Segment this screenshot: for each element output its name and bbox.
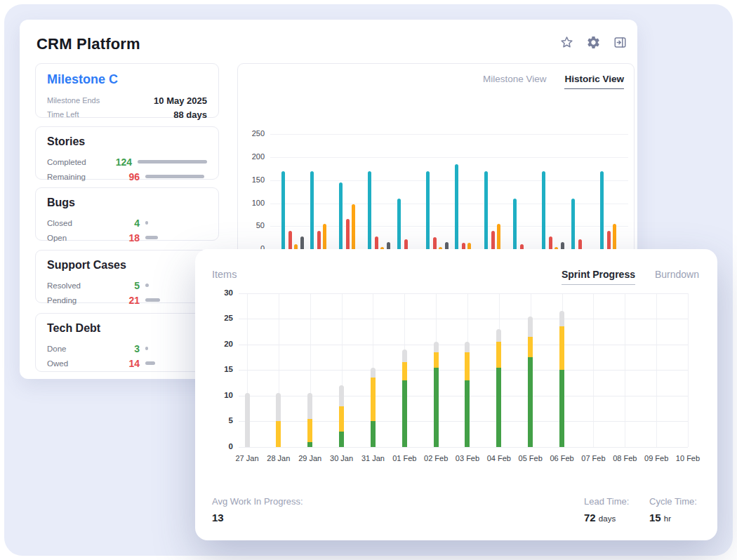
bar-segment-done	[402, 380, 407, 447]
bar-segment-done	[339, 432, 344, 447]
gridline	[270, 134, 628, 135]
exit-panel-icon[interactable]	[613, 35, 628, 50]
bar-tech-debt	[445, 242, 449, 249]
progress-bar	[145, 347, 148, 350]
x-tick-label: 02 Feb	[420, 454, 452, 462]
bar-segment-in-progress	[276, 421, 281, 447]
cycle-time-label: Cycle Time:	[649, 496, 697, 507]
bar-support	[294, 244, 298, 249]
x-tick-label: 04 Feb	[483, 454, 515, 462]
bar-segment-to-do	[402, 349, 407, 362]
bar-support	[352, 204, 355, 249]
stat-value: 4	[114, 218, 140, 229]
x-tick-label: 03 Feb	[451, 454, 484, 462]
cycle-time-value: 15	[649, 512, 661, 524]
progress-bar	[145, 361, 155, 365]
tab-milestone-view[interactable]: Milestone View	[483, 74, 547, 89]
tab-historic-view[interactable]: Historic View	[564, 74, 624, 89]
stat-label: Pending	[47, 296, 114, 305]
milestone-name: Milestone C	[47, 72, 207, 87]
bar-completed	[339, 182, 343, 249]
x-tick-label: 01 Feb	[388, 454, 420, 462]
bar-bugs	[433, 237, 437, 249]
time-left-row: Time Left 88 days	[47, 107, 207, 121]
stat-value: 124	[109, 156, 132, 168]
gridline	[239, 345, 688, 345]
bar-segment-done	[307, 442, 312, 447]
x-tick-label: 10 Feb	[672, 454, 704, 462]
header-actions	[559, 35, 628, 50]
stat-value: 5	[114, 280, 140, 291]
bar-bugs	[520, 244, 524, 249]
bugs-title: Bugs	[47, 196, 207, 209]
bar-completed	[513, 199, 517, 249]
bar-bugs	[288, 231, 292, 249]
stat-value: 96	[114, 171, 140, 182]
milestone-ends-value: 10 May 2025	[154, 95, 207, 106]
bar-segment-to-do	[496, 329, 501, 342]
tech-owed-row: Owed 14	[47, 356, 207, 371]
bar-support	[323, 224, 326, 249]
tech-done-row: Done 3	[47, 341, 207, 356]
gridline	[270, 180, 628, 181]
bar-bugs	[404, 239, 408, 249]
bar-segment-done	[559, 370, 564, 447]
gridline	[239, 293, 688, 294]
x-tick-label: 31 Jan	[357, 454, 389, 462]
y-tick-label: 100	[238, 199, 265, 207]
stories-card: Stories Completed 124 Remaining 96	[35, 126, 219, 180]
stat-label: Open	[47, 234, 114, 242]
historic-view-tabs: Milestone View Historic View	[483, 74, 624, 89]
gridline	[239, 447, 688, 448]
bar-completed	[281, 171, 285, 249]
bar-bugs	[346, 219, 350, 249]
bar-support	[467, 243, 471, 249]
y-tick-label: 30	[195, 288, 233, 297]
bar-completed	[600, 171, 604, 249]
bar-tech-debt	[300, 236, 304, 249]
bar-segment-done	[465, 380, 470, 447]
bar-tech-debt	[561, 242, 564, 249]
y-tick-label: 150	[238, 175, 265, 184]
y-tick-label: 25	[195, 314, 233, 322]
bar-bugs	[578, 239, 582, 249]
lead-time-value: 72	[584, 512, 596, 524]
x-tick-label: 07 Feb	[577, 454, 609, 462]
x-tick-label: 28 Jan	[263, 454, 295, 462]
bar-segment-to-do	[528, 316, 533, 337]
bar-tech-debt	[387, 242, 390, 249]
bar-completed	[426, 171, 430, 249]
avg-wip-stat: Avg Work In Progress: 13	[212, 496, 303, 524]
bar-segment-in-progress	[559, 326, 564, 370]
progress-bar	[145, 175, 204, 178]
stat-label: Done	[47, 345, 114, 353]
gear-icon[interactable]	[586, 35, 601, 50]
lead-time-stat: Lead Time: 72 days	[584, 496, 629, 524]
y-tick-label: 250	[238, 129, 265, 138]
bar-segment-in-progress	[371, 378, 376, 421]
y-tick-label: 10	[195, 391, 233, 399]
progress-bar	[145, 298, 160, 302]
stat-label: Completed	[47, 158, 109, 166]
bar-segment-in-progress	[465, 352, 470, 380]
x-tick-label: 06 Feb	[546, 454, 578, 462]
bar-segment-in-progress	[339, 406, 344, 432]
bar-segment-in-progress	[528, 337, 533, 357]
stat-value: 21	[114, 295, 140, 306]
gridline	[239, 396, 688, 396]
bar-completed	[310, 171, 314, 249]
time-left-value: 88 days	[173, 109, 207, 120]
bar-segment-to-do	[339, 385, 344, 406]
bar-segment-to-do	[559, 311, 564, 326]
y-tick-label: 5	[195, 416, 233, 425]
support-pending-row: Pending 21	[47, 293, 207, 307]
gridline	[270, 204, 628, 204]
star-icon[interactable]	[559, 35, 574, 50]
bar-segment-in-progress	[496, 342, 501, 368]
progress-bar	[138, 160, 207, 164]
page-title: CRM Platform	[36, 35, 140, 53]
bar-segment-to-do	[465, 342, 470, 352]
cycle-time-stat: Cycle Time: 15 hr	[649, 496, 697, 524]
lead-time-unit: days	[599, 514, 616, 523]
support-cases-title: Support Cases	[47, 259, 207, 272]
